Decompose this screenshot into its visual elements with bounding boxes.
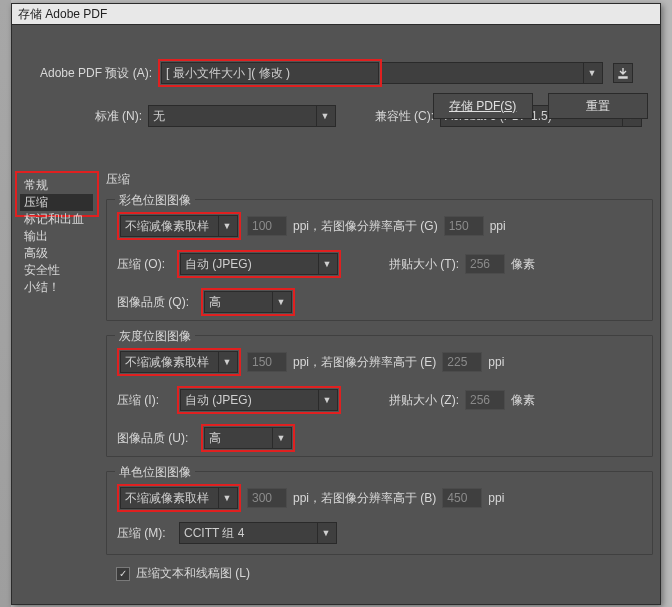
gray-comp-select[interactable]: 自动 (JPEG) ▼	[180, 389, 338, 411]
gray-comp-value: 自动 (JPEG)	[185, 392, 252, 409]
color-bitmap-frame: 彩色位图图像 不缩减像素取样 ▼ 100 ppi，若图像分辨率高于 (G) 15…	[106, 199, 653, 321]
compat-label: 兼容性 (C):	[348, 108, 434, 125]
gray-above-unit: ppi	[488, 355, 504, 369]
gray-quality-label: 图像品质 (U):	[117, 430, 197, 447]
tab-output[interactable]: 输出	[20, 228, 93, 245]
compress-text-checkbox[interactable]: ✓	[116, 567, 130, 581]
color-tile-unit: 像素	[511, 256, 535, 273]
chevron-down-icon: ▼	[218, 216, 235, 236]
preset-label: Adobe PDF 预设 (A):	[12, 65, 152, 82]
gray-quality-select[interactable]: 高 ▼	[204, 427, 292, 449]
gray-above-input[interactable]: 225	[442, 352, 482, 372]
color-ppi-unit: ppi，若图像分辨率高于 (G)	[293, 218, 438, 235]
gray-tile-input[interactable]: 256	[465, 390, 505, 410]
download-preset-icon	[617, 67, 629, 79]
save-pdf-dialog: 存储 Adobe PDF Adobe PDF 预设 (A): [ 最小文件大小 …	[11, 3, 661, 605]
gray-comp-label: 压缩 (I):	[117, 392, 173, 409]
chevron-down-icon: ▼	[316, 106, 333, 126]
gray-ppi-input[interactable]: 150	[247, 352, 287, 372]
save-pdf-label: 存储 PDF(S)	[449, 98, 516, 115]
compress-text-label: 压缩文本和线稿图 (L)	[136, 565, 250, 582]
chevron-down-icon: ▼	[218, 488, 235, 508]
color-quality-label: 图像品质 (Q):	[117, 294, 197, 311]
gray-legend: 灰度位图图像	[115, 328, 195, 345]
color-tile-input[interactable]: 256	[465, 254, 505, 274]
chevron-down-icon: ▼	[317, 523, 334, 543]
preset-select-ext[interactable]: ▼	[382, 62, 603, 84]
preset-value: [ 最小文件大小 ]( 修改 )	[166, 65, 290, 82]
tab-marks[interactable]: 标记和出血	[20, 211, 93, 228]
color-legend: 彩色位图图像	[115, 192, 195, 209]
chevron-down-icon: ▼	[272, 292, 289, 312]
save-pdf-button[interactable]: 存储 PDF(S)	[433, 93, 533, 119]
mono-above-unit: ppi	[488, 491, 504, 505]
preset-select[interactable]: [ 最小文件大小 ]( 修改 )	[161, 62, 379, 84]
gray-tile-unit: 像素	[511, 392, 535, 409]
reset-button[interactable]: 重置	[548, 93, 648, 119]
mono-bitmap-frame: 单色位图图像 不缩减像素取样 ▼ 300 ppi，若图像分辨率高于 (B) 45…	[106, 471, 653, 555]
color-comp-label: 压缩 (O):	[117, 256, 173, 273]
color-ppi-input[interactable]: 100	[247, 216, 287, 236]
mono-comp-select[interactable]: CCITT 组 4 ▼	[179, 522, 337, 544]
color-comp-select[interactable]: 自动 (JPEG) ▼	[180, 253, 338, 275]
gray-downsample-select[interactable]: 不缩减像素取样 ▼	[120, 351, 238, 373]
save-preset-button[interactable]	[613, 63, 633, 83]
gray-ppi-unit: ppi，若图像分辨率高于 (E)	[293, 354, 436, 371]
chevron-down-icon: ▼	[272, 428, 289, 448]
color-downsample-select[interactable]: 不缩减像素取样 ▼	[120, 215, 238, 237]
color-downsample-value: 不缩减像素取样	[125, 218, 209, 235]
color-quality-value: 高	[209, 294, 221, 311]
mono-legend: 单色位图图像	[115, 464, 195, 481]
dialog-title: 存储 Adobe PDF	[12, 4, 660, 25]
color-tile-label: 拼贴大小 (T):	[389, 256, 459, 273]
standard-label: 标准 (N):	[12, 108, 142, 125]
gray-bitmap-frame: 灰度位图图像 不缩减像素取样 ▼ 150 ppi，若图像分辨率高于 (E) 22…	[106, 335, 653, 457]
tab-advanced[interactable]: 高级	[20, 245, 93, 262]
color-comp-value: 自动 (JPEG)	[185, 256, 252, 273]
gray-quality-value: 高	[209, 430, 221, 447]
tab-general[interactable]: 常规	[20, 177, 93, 194]
mono-ppi-input[interactable]: 300	[247, 488, 287, 508]
tab-summary[interactable]: 小结！	[20, 279, 93, 296]
color-quality-select[interactable]: 高 ▼	[204, 291, 292, 313]
mono-comp-label: 压缩 (M):	[117, 525, 173, 542]
mono-downsample-value: 不缩减像素取样	[125, 490, 209, 507]
standard-select[interactable]: 无 ▼	[148, 105, 336, 127]
mono-above-input[interactable]: 450	[442, 488, 482, 508]
gray-tile-label: 拼贴大小 (Z):	[389, 392, 459, 409]
mono-comp-value: CCITT 组 4	[184, 525, 244, 542]
reset-label: 重置	[586, 98, 610, 115]
mono-ppi-unit: ppi，若图像分辨率高于 (B)	[293, 490, 436, 507]
color-above-input[interactable]: 150	[444, 216, 484, 236]
chevron-down-icon: ▼	[583, 63, 600, 83]
mono-downsample-select[interactable]: 不缩减像素取样 ▼	[120, 487, 238, 509]
color-above-unit: ppi	[490, 219, 506, 233]
category-tabs: 常规 压缩 标记和出血 输出 高级 安全性 小结！	[20, 177, 93, 296]
standard-value: 无	[153, 108, 165, 125]
chevron-down-icon: ▼	[318, 254, 335, 274]
chevron-down-icon: ▼	[218, 352, 235, 372]
tab-security[interactable]: 安全性	[20, 262, 93, 279]
compress-text-row: ✓ 压缩文本和线稿图 (L)	[116, 565, 250, 582]
tab-compression[interactable]: 压缩	[20, 194, 93, 211]
gray-downsample-value: 不缩减像素取样	[125, 354, 209, 371]
section-heading: 压缩	[106, 171, 130, 188]
chevron-down-icon: ▼	[318, 390, 335, 410]
